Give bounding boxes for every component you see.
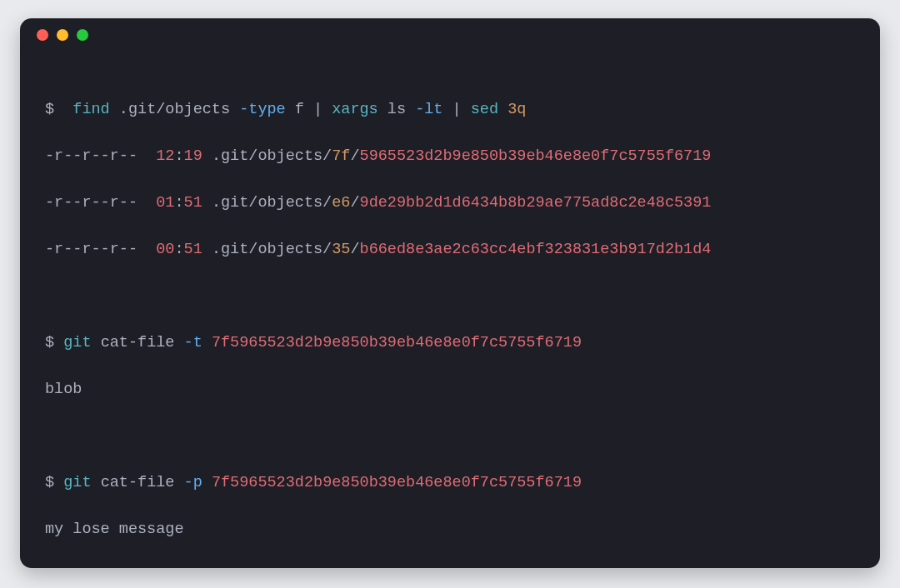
ls-row: -r--r--r-- 12:19 .git/objects/7f/5965523… bbox=[45, 145, 855, 168]
close-icon[interactable] bbox=[37, 29, 48, 41]
cmd-catfile-p1: $ git cat-file -p 7f5965523d2b9e850b39eb… bbox=[45, 471, 855, 495]
terminal-window: $ find .git/objects -type f | xargs ls -… bbox=[20, 18, 880, 568]
terminal-output[interactable]: $ find .git/objects -type f | xargs ls -… bbox=[20, 52, 880, 568]
blank-line bbox=[45, 285, 855, 308]
ls-row: -r--r--r-- 00:51 .git/objects/35/b66ed8e… bbox=[45, 238, 855, 262]
zoom-icon[interactable] bbox=[77, 29, 88, 41]
minimize-icon[interactable] bbox=[57, 29, 68, 41]
ls-row: -r--r--r-- 01:51 .git/objects/e6/9de29bb… bbox=[45, 192, 855, 215]
blank-line bbox=[45, 425, 855, 448]
titlebar bbox=[20, 18, 880, 52]
cmd-catfile-t1: $ git cat-file -t 7f5965523d2b9e850b39eb… bbox=[45, 331, 855, 355]
output-blob: blob bbox=[45, 378, 855, 401]
output-message: my lose message bbox=[45, 518, 855, 541]
blank-line bbox=[45, 565, 855, 568]
cmd-find: $ find .git/objects -type f | xargs ls -… bbox=[45, 98, 855, 122]
